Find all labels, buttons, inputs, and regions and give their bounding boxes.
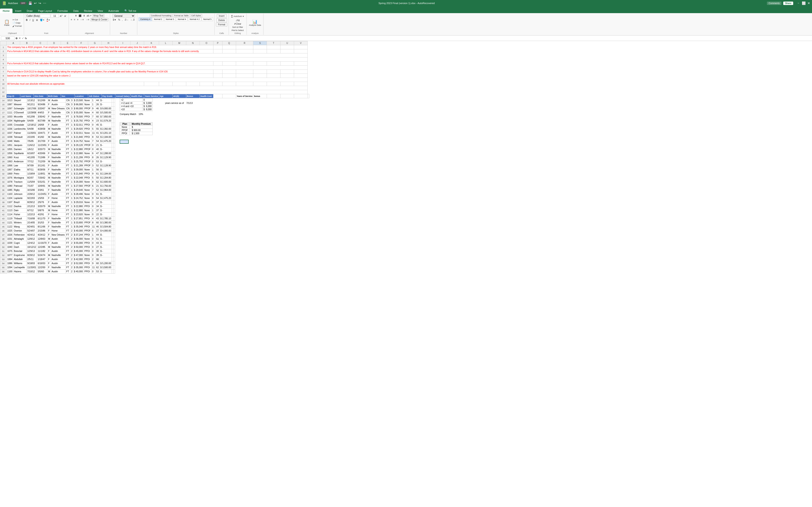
cell-M16[interactable]: $ 9,000.00 xyxy=(99,107,112,111)
style-normal42[interactable]: Normal 4 2 xyxy=(188,17,201,21)
cell-E17[interactable]: F xyxy=(47,111,51,115)
cell-J43[interactable]: PPOI xyxy=(84,217,91,221)
cell-N26[interactable] xyxy=(112,147,113,152)
cell-reference-box[interactable] xyxy=(1,37,14,40)
cell-E46[interactable]: F xyxy=(47,229,51,233)
cell-I18[interactable]: $ 78,500 xyxy=(73,115,84,119)
cell-K49[interactable]: 0 xyxy=(91,241,95,245)
cell-I17[interactable]: $ 55,000 xyxy=(73,111,84,115)
cell-E41[interactable]: M xyxy=(47,209,51,213)
cell-L44[interactable]: 60 xyxy=(95,221,99,225)
cell-E16[interactable]: M xyxy=(47,107,51,111)
cell-G14[interactable]: CN xyxy=(65,99,70,103)
cell-M26[interactable]: $ - xyxy=(99,147,112,152)
cell-H41[interactable]: 1 xyxy=(70,209,73,213)
cell-A40[interactable]: 1112 xyxy=(7,205,13,209)
cell-E55[interactable]: F xyxy=(47,266,51,270)
cell-F56[interactable]: Austin xyxy=(51,270,65,274)
cell-L23[interactable]: 53 xyxy=(95,135,99,139)
cell-L26[interactable]: 40 xyxy=(95,147,99,152)
style-normal2[interactable]: Normal 2 xyxy=(152,17,164,21)
cell-F48[interactable]: Austin xyxy=(51,237,65,241)
cell-H55[interactable]: 2 xyxy=(70,266,73,270)
cell-J36[interactable]: None xyxy=(84,188,91,192)
cell-N43[interactable] xyxy=(112,217,113,221)
cell-B20[interactable]: Crossdale xyxy=(13,123,27,127)
cell-M42[interactable]: $ - xyxy=(99,213,112,217)
cell-F45[interactable]: Nashville xyxy=(51,225,65,229)
more-icon[interactable]: ⋯ xyxy=(43,1,46,5)
cell-L42[interactable]: 22 xyxy=(95,213,99,217)
cell-I48[interactable]: $ 36,000 xyxy=(73,237,84,241)
cell-A10[interactable]: All formulas must use absolute reference… xyxy=(7,82,144,86)
cell-K47[interactable]: 1 xyxy=(91,233,95,237)
cell-N41[interactable] xyxy=(112,209,113,213)
cell-G38[interactable]: FT xyxy=(65,196,70,200)
cell-L52[interactable]: 39 xyxy=(95,253,99,257)
cell-F53[interactable]: Austin xyxy=(51,257,65,262)
cell-H15[interactable]: 3 xyxy=(70,103,73,107)
cell-C43[interactable]: 7/16/08 xyxy=(27,217,37,221)
cell-I40[interactable]: $ 22,880 xyxy=(73,205,84,209)
cell-M36[interactable]: $ 2,964.00 xyxy=(99,188,112,192)
cell-G54[interactable]: FT xyxy=(65,262,70,266)
cell-E39[interactable]: F xyxy=(47,200,51,205)
cell-J32[interactable]: PPOI xyxy=(84,172,91,176)
header-age[interactable]: Age xyxy=(159,94,172,98)
cell-D30[interactable]: 3/11/61 xyxy=(37,164,47,168)
cell-B38[interactable]: Laplante xyxy=(13,196,27,200)
cell-G21[interactable]: FT xyxy=(65,127,70,131)
cell-K55[interactable]: 11 xyxy=(91,266,95,270)
cell-K18[interactable]: 7 xyxy=(91,115,95,119)
cell-G22[interactable]: FT xyxy=(65,131,70,135)
cell-M31[interactable]: $ - xyxy=(99,168,112,172)
cell-O22[interactable] xyxy=(113,131,115,135)
cell-H47[interactable]: 2 xyxy=(70,233,73,237)
cell-M32[interactable]: $ 2,184.00 xyxy=(99,172,112,176)
cell-L16[interactable]: 46 xyxy=(95,107,99,111)
cell-A2[interactable]: Put a formula in M14:M113 that calculate… xyxy=(7,49,213,53)
cell-C34[interactable]: 11/5/04 xyxy=(27,180,37,184)
cell-I27[interactable]: $ 22,880 xyxy=(73,152,84,156)
cell-N47[interactable] xyxy=(112,233,113,237)
cell-L17[interactable]: 60 xyxy=(95,111,99,115)
cell-E25[interactable]: F xyxy=(47,143,51,147)
cell-D38[interactable]: 1/5/59 xyxy=(37,196,47,200)
cell-G33[interactable]: FT xyxy=(65,176,70,180)
cell-G16[interactable]: CN xyxy=(65,107,70,111)
cell-F21[interactable]: Nashville xyxy=(51,127,65,131)
cell-H19[interactable]: 1 xyxy=(70,119,73,123)
cell-F19[interactable]: Nashville xyxy=(51,119,65,123)
cell-M43[interactable]: $ 2,785.10 xyxy=(99,217,112,221)
cell-L38[interactable]: 54 xyxy=(95,196,99,200)
cell-L27[interactable]: 47 xyxy=(95,152,99,156)
cell-O36[interactable] xyxy=(113,188,115,192)
cell-F18[interactable]: Nashville xyxy=(51,115,65,119)
cell-J27[interactable]: None xyxy=(84,152,91,156)
cell-J46[interactable]: PPOF xyxy=(84,229,91,233)
cell-K41[interactable]: 1 xyxy=(91,209,95,213)
cell-A41[interactable]: 1113 xyxy=(7,209,13,213)
cell-J47[interactable]: PPOI xyxy=(84,233,91,237)
cell-M54[interactable]: $ 5,200.00 xyxy=(99,262,112,266)
cell-F41[interactable]: Home xyxy=(51,209,65,213)
cell-B15[interactable]: Weaver xyxy=(13,103,27,107)
font-name-input[interactable] xyxy=(26,14,50,18)
cell-styles-button[interactable]: Cell Styles xyxy=(190,14,202,17)
cell-C42[interactable]: 1/22/13 xyxy=(27,213,37,217)
cell-M37[interactable]: $ - xyxy=(99,192,112,196)
cell-N38[interactable] xyxy=(112,196,113,200)
cell-A43[interactable]: 1119 xyxy=(7,217,13,221)
cell-O31[interactable] xyxy=(113,168,115,172)
cell-C17[interactable]: 12/29/08 xyxy=(27,111,37,115)
header-paygrade[interactable]: Pay Grade xyxy=(102,94,115,98)
cell-E42[interactable]: F xyxy=(47,213,51,217)
cell-A56[interactable]: 1100 xyxy=(7,270,13,274)
cell-D46[interactable]: 2/15/86 xyxy=(37,229,47,233)
align-center-button[interactable]: ≡ xyxy=(73,18,76,21)
cell-G32[interactable]: FT xyxy=(65,172,70,176)
cell-K37[interactable]: 0 xyxy=(91,192,95,196)
cell-L18[interactable]: 60 xyxy=(95,115,99,119)
cell-H50[interactable]: 2 xyxy=(70,245,73,249)
cell-I44[interactable]: $ 33,800 xyxy=(73,221,84,225)
